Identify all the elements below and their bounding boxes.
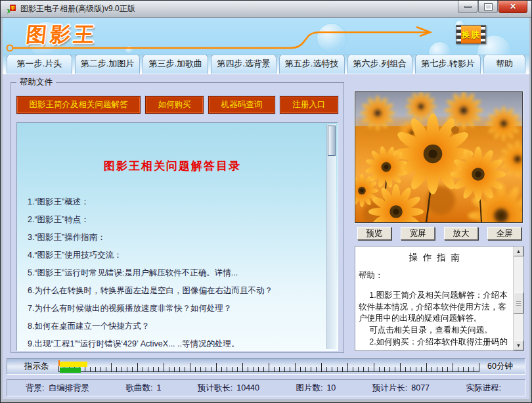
preview-column: 预览宽屏放大全屏 操 作 指 南 帮助： 1.图影王简介及相关问题解答：介绍本软…	[355, 77, 524, 353]
tab[interactable]: 帮助	[483, 54, 525, 74]
faq-list: 1.“图影王”概述：2.“图影王”特点：3.“图影王”操作指南：4.“图影王”使…	[28, 193, 326, 349]
status-item: 预计歌长:10440	[198, 383, 259, 394]
change-skin-label: 换肤	[461, 26, 481, 43]
app-window: 图影王电子相册(高级版)v9.0正版 ✕ 图影王 换肤	[0, 0, 532, 403]
guide-scrollbar[interactable]: ▲ ▼	[513, 247, 523, 350]
operation-guide-title: 操 作 指 南	[359, 251, 512, 264]
indicator-bar: 指示条 60分钟	[7, 358, 525, 375]
titlebar: 图影王电子相册(高级版)v9.0正版 ✕	[1, 1, 531, 18]
faq-item[interactable]: 5.“图影王”运行时常见错误:是用户解压软件不正确。详情...	[28, 264, 326, 282]
help-topic-button[interactable]: 注册入口	[280, 96, 338, 114]
faq-item[interactable]: 8.如何在桌面建立一个快捷方式？	[28, 318, 326, 335]
change-skin-button[interactable]: 换肤	[456, 25, 486, 44]
scroll-down-button[interactable]: ▼	[514, 341, 523, 350]
status-item: 实际进程:	[466, 383, 504, 394]
app-icon	[6, 4, 16, 14]
flower-photo	[355, 91, 523, 223]
film-strip-icon	[481, 26, 485, 43]
tab[interactable]: 第三步.加歌曲	[143, 54, 208, 74]
scroll-down-icon: ▼	[516, 343, 521, 348]
tab[interactable]: 第五步.选特技	[279, 54, 345, 74]
ruler-ticks	[58, 363, 480, 372]
maximize-icon	[485, 4, 492, 10]
app-logo: 图影王	[25, 21, 99, 49]
status-bar: 背景:自编排背景 歌曲数:1 预计歌长:10440 图片数:10 预计片长:80…	[7, 379, 525, 396]
banner: 图影王 换肤	[3, 18, 529, 55]
scroll-up-icon: ▲	[516, 249, 521, 254]
faq-scrollbar-thumb[interactable]	[328, 126, 336, 156]
duration-label: 60分钟	[487, 361, 513, 372]
tab-bar: 第一步.片头第二步.加图片第三步.加歌曲第四步.选背景第五步.选特技第六步.列组…	[3, 55, 529, 74]
faq-content: 图影王相关问题解答目录 1.“图影王”概述：2.“图影王”特点：3.“图影王”操…	[18, 124, 326, 349]
faq-item[interactable]: 4.“图影王”使用技巧交流：	[28, 247, 326, 264]
preview-button[interactable]: 全屏	[487, 227, 521, 240]
tab[interactable]: 第六步.列组合	[347, 54, 413, 74]
status-item: 图片数:10	[296, 383, 336, 394]
maximize-button[interactable]	[478, 1, 498, 13]
help-files-group: 帮助文件 图影王简介及相关问题解答如何购买机器码查询注册入口 图影王相关问题解答…	[11, 82, 344, 353]
faq-item[interactable]: 6.为什么在转换时，转换界面左边是空白，图像偏在右边而且不动？	[28, 282, 326, 300]
faq-item[interactable]: 1.“图影王”概述：	[28, 193, 326, 211]
faq-item[interactable]: 7.为什么有时候做出的视频播放速度非常快？如何处理？	[28, 300, 326, 318]
guide-paragraph: 1.图影王简介及相关问题解答：介绍本软件基本情况，介绍本软件使用方法，客户使用中…	[359, 290, 512, 325]
guide-paragraph: 可点击相关目录，查看相关问题。	[359, 325, 512, 337]
progress-yellow-bar	[60, 362, 87, 367]
faq-title: 图影王相关问题解答目录	[18, 158, 326, 174]
client-area: 图影王 换肤 第一步.片头第二步.加图片第三步.加歌曲第四步.选背景第五步.选特…	[3, 18, 529, 399]
close-icon: ✕	[510, 3, 516, 11]
operation-guide-panel: 操 作 指 南 帮助： 1.图影王简介及相关问题解答：介绍本软件基本情况，介绍本…	[355, 246, 524, 351]
help-button-row: 图影王简介及相关问题解答如何购买机器码查询注册入口	[16, 96, 338, 114]
preview-button[interactable]: 放大	[444, 227, 478, 240]
status-item: 歌曲数:1	[125, 383, 161, 394]
tab[interactable]: 第一步.片头	[7, 54, 72, 74]
faq-panel: 图影王相关问题解答目录 1.“图影王”概述：2.“图影王”特点：3.“图影王”操…	[16, 122, 338, 351]
timeline-ruler	[58, 360, 480, 373]
main-area: 帮助文件 图影王简介及相关问题解答如何购买机器码查询注册入口 图影王相关问题解答…	[3, 74, 529, 353]
guide-scrollbar-thumb[interactable]	[514, 293, 523, 314]
preview-button[interactable]: 预览	[357, 227, 391, 240]
guide-help-label: 帮助：	[359, 270, 512, 282]
faq-item[interactable]: 3.“图影王”操作指南：	[28, 229, 326, 247]
minimize-icon	[464, 6, 472, 8]
tab[interactable]: 第四步.选背景	[211, 54, 277, 74]
indicator-label: 指示条	[24, 361, 49, 372]
operation-guide-text: 操 作 指 南 帮助： 1.图影王简介及相关问题解答：介绍本软件基本情况，介绍本…	[359, 249, 512, 348]
minimize-button[interactable]	[458, 1, 477, 13]
tab[interactable]: 第七步.转影片	[415, 54, 481, 74]
film-strip-icon	[456, 26, 461, 43]
preview-button-row: 预览宽屏放大全屏	[355, 227, 524, 240]
status-item: 背景:自编排背景	[26, 383, 89, 394]
help-topic-button[interactable]: 机器码查询	[208, 96, 275, 114]
preview-button[interactable]: 宽屏	[401, 227, 435, 240]
faq-scrollbar[interactable]	[326, 124, 336, 349]
guide-paragraph: 2.如何购买：介绍本软件取得注册码的途径。并提供快速购买通道。	[359, 337, 512, 348]
faq-item[interactable]: 9.出现“工程1”“运行时错误‘429’ ActiveX... ..等情况的处理…	[28, 335, 326, 349]
window-title: 图影王电子相册(高级版)v9.0正版	[20, 3, 135, 14]
tab[interactable]: 第二步.加图片	[75, 54, 141, 74]
help-topic-button[interactable]: 如何购买	[145, 96, 204, 114]
scroll-up-button[interactable]: ▲	[514, 247, 523, 256]
window-controls: ✕	[457, 1, 527, 13]
status-item: 预计片长:8077	[372, 383, 430, 394]
faq-item[interactable]: 2.“图影王”特点：	[28, 211, 326, 229]
close-button[interactable]: ✕	[499, 1, 527, 13]
progress-green-bar	[60, 367, 81, 373]
help-files-group-label: 帮助文件	[16, 77, 56, 88]
guide-paragraphs: 1.图影王简介及相关问题解答：介绍本软件基本情况，介绍本软件使用方法，客户使用中…	[359, 290, 512, 348]
help-topic-button[interactable]: 图影王简介及相关问题解答	[16, 96, 141, 114]
